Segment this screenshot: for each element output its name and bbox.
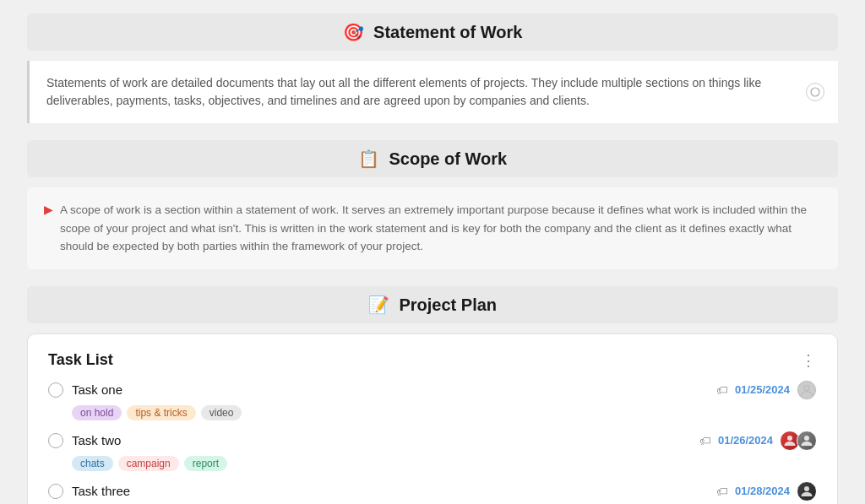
task-three-right: 🏷 01/28/2024	[716, 481, 817, 501]
task-list-menu-button[interactable]: ⋮	[801, 351, 817, 370]
task-two-left: Task two	[48, 433, 121, 448]
task-row: Task two 🏷 01/26/2024	[48, 431, 817, 471]
tag-on-hold: on hold	[72, 405, 122, 420]
task-one-tag-icon: 🏷	[716, 383, 728, 397]
task-one-checkbox[interactable]	[48, 382, 63, 398]
scope-of-work-header: 📋 Scope of Work	[27, 140, 838, 177]
svg-point-2	[804, 385, 809, 390]
task-one-tags: on hold tips & tricks video	[72, 405, 817, 420]
tag-report: report	[184, 456, 227, 471]
statement-of-work-title: 🎯 Statement of Work	[343, 23, 523, 41]
task-three-avatars	[797, 481, 817, 501]
tag-tips-tricks: tips & tricks	[127, 405, 195, 420]
svg-point-0	[811, 88, 819, 96]
svg-point-5	[804, 486, 809, 491]
statement-of-work-header: 🎯 Statement of Work	[27, 14, 838, 51]
task-card-header: Task List ⋮	[48, 351, 817, 370]
task-one-avatars	[797, 380, 817, 400]
scope-of-work-title: 📋 Scope of Work	[358, 149, 507, 168]
scope-content: ▶ A scope of work is a section within a …	[44, 201, 821, 256]
scope-arrow-icon: ▶	[44, 203, 53, 216]
comment-icon[interactable]	[806, 83, 824, 101]
task-three-name: Task three	[72, 484, 130, 498]
task-two-tags: chats campaign report	[72, 456, 817, 471]
statement-description-block: Statements of work are detailed document…	[27, 61, 838, 123]
task-two-tag-icon: 🏷	[699, 434, 711, 447]
task-row: Task one 🏷 01/25/2024	[48, 380, 817, 420]
page-wrapper: 🎯 Statement of Work Statements of work a…	[27, 14, 838, 504]
task-three-date: 01/28/2024	[735, 485, 790, 497]
task-one-right: 🏷 01/25/2024	[716, 380, 817, 400]
task-one-name: Task one	[72, 382, 122, 397]
task-two-date: 01/26/2024	[718, 434, 773, 447]
task-row: Task three 🏷 01/28/2024	[48, 481, 817, 504]
tag-chats: chats	[72, 456, 113, 471]
scope-block: ▶ A scope of work is a section within a …	[27, 187, 838, 269]
task-one-date: 01/25/2024	[735, 383, 790, 396]
avatar	[797, 481, 817, 501]
task-list-title: Task List	[48, 351, 113, 369]
scope-description-text: A scope of work is a section within a st…	[60, 201, 821, 256]
task-three-checkbox[interactable]	[48, 484, 63, 499]
svg-point-4	[804, 436, 809, 441]
statement-description-text: Statements of work are detailed document…	[46, 74, 821, 110]
statement-emoji: 🎯	[343, 23, 364, 41]
task-two-right: 🏷 01/26/2024	[699, 431, 817, 451]
task-two-checkbox[interactable]	[48, 433, 63, 448]
task-three-left: Task three	[48, 484, 130, 499]
avatar	[797, 431, 817, 451]
tag-campaign: campaign	[118, 456, 179, 471]
task-three-main: Task three 🏷 01/28/2024	[48, 481, 817, 501]
project-plan-title: 📝 Project Plan	[368, 295, 497, 314]
task-three-tag-icon: 🏷	[716, 485, 728, 498]
task-one-left: Task one	[48, 382, 122, 398]
tag-video: video	[201, 405, 242, 420]
avatar	[797, 380, 817, 400]
scope-emoji: 📋	[358, 149, 379, 168]
task-two-name: Task two	[72, 433, 121, 447]
task-card: Task List ⋮ Task one 🏷 01/25/2024	[27, 333, 838, 504]
task-two-main: Task two 🏷 01/26/2024	[48, 431, 817, 451]
svg-point-3	[787, 436, 792, 441]
task-one-main: Task one 🏷 01/25/2024	[48, 380, 817, 400]
project-plan-header: 📝 Project Plan	[27, 286, 838, 323]
project-plan-emoji: 📝	[368, 295, 389, 314]
task-two-avatars	[780, 431, 817, 451]
